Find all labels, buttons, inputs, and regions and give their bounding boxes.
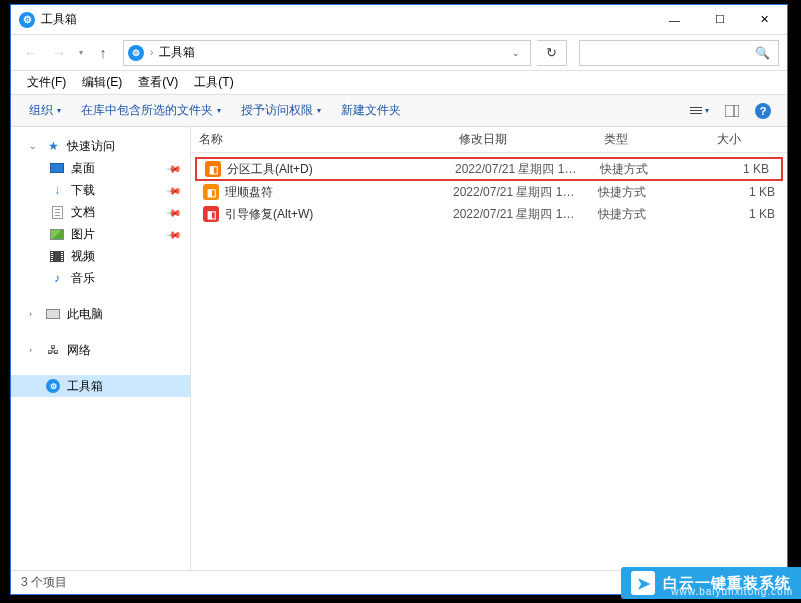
preview-pane-button[interactable]: [719, 101, 745, 121]
toolbar: 组织 ▾ 在库中包含所选的文件夹 ▾ 授予访问权限 ▾ 新建文件夹 ▾ ?: [11, 95, 787, 127]
caret-right-icon: ›: [29, 309, 39, 319]
up-button[interactable]: ↑: [91, 41, 115, 65]
chevron-down-icon: ▾: [317, 106, 321, 115]
sidebar-label: 网络: [67, 342, 91, 359]
file-type: 快捷方式: [598, 206, 711, 223]
file-row[interactable]: ◧ 引导修复(Alt+W) 2022/07/21 星期四 1… 快捷方式 1 K…: [191, 203, 787, 225]
maximize-button[interactable]: ☐: [697, 5, 742, 34]
music-icon: ♪: [49, 270, 65, 286]
pin-icon: 📌: [166, 226, 182, 242]
desktop-icon: [49, 160, 65, 176]
tree-gap: [11, 361, 190, 375]
pin-icon: 📌: [166, 160, 182, 176]
caret-down-icon: ⌄: [29, 141, 39, 151]
document-icon: [49, 204, 65, 220]
file-date: 2022/07/21 星期四 1…: [455, 161, 600, 178]
file-icon: ◧: [203, 206, 219, 222]
file-row[interactable]: ◧ 分区工具(Alt+D) 2022/07/21 星期四 1… 快捷方式 1 K…: [195, 157, 783, 181]
close-button[interactable]: ✕: [742, 5, 787, 34]
sidebar-item-documents[interactable]: 文档 📌: [11, 201, 190, 223]
file-name: 引导修复(Alt+W): [225, 206, 453, 223]
view-options-button[interactable]: ▾: [684, 102, 715, 119]
column-header-type[interactable]: 类型: [596, 131, 709, 148]
menu-edit[interactable]: 编辑(E): [74, 70, 130, 95]
address-dropdown[interactable]: ⌄: [506, 48, 526, 58]
minimize-button[interactable]: —: [652, 5, 697, 34]
location-text: 工具箱: [159, 44, 500, 61]
sidebar-label: 快速访问: [67, 138, 115, 155]
column-headers: 名称 修改日期 类型 大小: [191, 127, 787, 153]
column-header-name[interactable]: 名称: [191, 131, 451, 148]
file-list: 名称 修改日期 类型 大小 ◧ 分区工具(Alt+D) 2022/07/21 星…: [191, 127, 787, 570]
sidebar-label: 此电脑: [67, 306, 103, 323]
menu-tools[interactable]: 工具(T): [186, 70, 241, 95]
sidebar-label: 下载: [71, 182, 95, 199]
history-dropdown[interactable]: ▾: [75, 48, 87, 57]
chevron-down-icon: ▾: [57, 106, 61, 115]
sidebar-item-music[interactable]: ♪ 音乐: [11, 267, 190, 289]
column-header-size[interactable]: 大小: [709, 131, 787, 148]
refresh-button[interactable]: ↻: [537, 40, 567, 66]
grant-access-button[interactable]: 授予访问权限 ▾: [233, 98, 329, 123]
tree-gap: [11, 325, 190, 339]
menu-bar: 文件(F) 编辑(E) 查看(V) 工具(T): [11, 71, 787, 95]
list-view-icon: [690, 107, 702, 114]
watermark-url: www.baiyunxitong.com: [671, 586, 793, 597]
file-type: 快捷方式: [598, 184, 711, 201]
title-bar: ⚙ 工具箱 — ☐ ✕: [11, 5, 787, 35]
sidebar-label: 文档: [71, 204, 95, 221]
chevron-down-icon: ▾: [217, 106, 221, 115]
grant-label: 授予访问权限: [241, 102, 313, 119]
file-date: 2022/07/21 星期四 1…: [453, 184, 598, 201]
pc-icon: [45, 306, 61, 322]
file-size: 1 KB: [711, 207, 787, 221]
sidebar-item-pictures[interactable]: 图片 📌: [11, 223, 190, 245]
organize-button[interactable]: 组织 ▾: [21, 98, 69, 123]
navigation-bar: ← → ▾ ↑ ⚙ › 工具箱 ⌄ ↻ 🔍: [11, 35, 787, 71]
sidebar-item-videos[interactable]: 视频: [11, 245, 190, 267]
file-size: 1 KB: [713, 162, 781, 176]
network-icon: 🖧: [45, 342, 61, 358]
sidebar-label: 图片: [71, 226, 95, 243]
help-button[interactable]: ?: [749, 99, 777, 123]
menu-view[interactable]: 查看(V): [130, 70, 186, 95]
navigation-pane: ⌄ ★ 快速访问 桌面 📌 ↓ 下载 📌 文档 📌 图片: [11, 127, 191, 570]
organize-label: 组织: [29, 102, 53, 119]
app-icon: ⚙: [19, 12, 35, 28]
title-bar-left: ⚙ 工具箱: [19, 11, 77, 28]
sidebar-item-quick-access[interactable]: ⌄ ★ 快速访问: [11, 135, 190, 157]
address-bar[interactable]: ⚙ › 工具箱 ⌄: [123, 40, 531, 66]
sidebar-item-desktop[interactable]: 桌面 📌: [11, 157, 190, 179]
sidebar-label: 桌面: [71, 160, 95, 177]
caret-right-icon: ›: [29, 345, 39, 355]
new-folder-button[interactable]: 新建文件夹: [333, 98, 409, 123]
explorer-window: ⚙ 工具箱 — ☐ ✕ ← → ▾ ↑ ⚙ › 工具箱 ⌄ ↻ 🔍 文件(F) …: [10, 4, 788, 595]
sidebar-label: 工具箱: [67, 378, 103, 395]
picture-icon: [49, 226, 65, 242]
sidebar-label: 视频: [71, 248, 95, 265]
menu-file[interactable]: 文件(F): [19, 70, 74, 95]
chevron-down-icon: ▾: [705, 106, 709, 115]
sidebar-item-network[interactable]: › 🖧 网络: [11, 339, 190, 361]
sidebar-item-downloads[interactable]: ↓ 下载 📌: [11, 179, 190, 201]
watermark-icon: ➤: [631, 571, 655, 595]
file-row[interactable]: ◧ 理顺盘符 2022/07/21 星期四 1… 快捷方式 1 KB: [191, 181, 787, 203]
search-box[interactable]: 🔍: [579, 40, 779, 66]
file-date: 2022/07/21 星期四 1…: [453, 206, 598, 223]
include-in-library-button[interactable]: 在库中包含所选的文件夹 ▾: [73, 98, 229, 123]
sidebar-item-this-pc[interactable]: › 此电脑: [11, 303, 190, 325]
back-button[interactable]: ←: [19, 41, 43, 65]
svg-rect-0: [725, 105, 739, 117]
video-icon: [49, 248, 65, 264]
window-title: 工具箱: [41, 11, 77, 28]
file-size: 1 KB: [711, 185, 787, 199]
sidebar-item-toolbox[interactable]: ⚙ 工具箱: [11, 375, 190, 397]
forward-button[interactable]: →: [47, 41, 71, 65]
pane-icon: [725, 105, 739, 117]
column-header-date[interactable]: 修改日期: [451, 131, 596, 148]
download-icon: ↓: [49, 182, 65, 198]
file-name: 理顺盘符: [225, 184, 453, 201]
star-icon: ★: [45, 138, 61, 154]
file-name: 分区工具(Alt+D): [227, 161, 455, 178]
pin-icon: 📌: [166, 182, 182, 198]
